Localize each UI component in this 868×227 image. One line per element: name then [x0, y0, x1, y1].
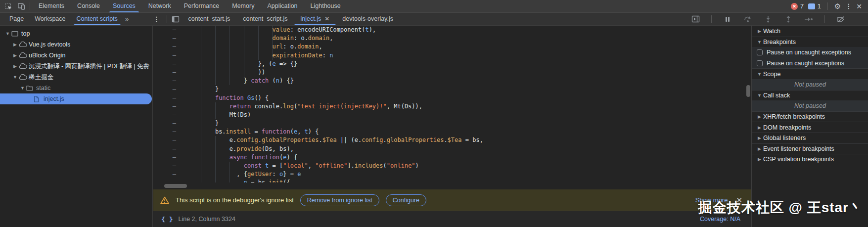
step-icon[interactable]: [802, 13, 815, 25]
device-toolbar-icon[interactable]: [15, 0, 28, 12]
section-breakpoints[interactable]: ▼Breakpoints: [752, 37, 868, 47]
gutter-ignored-marker[interactable]: –: [153, 34, 183, 43]
tree-item--[interactable]: ▼稀土掘金: [0, 72, 152, 83]
tree-item-ublock-origin[interactable]: ▶uBlock Origin: [0, 50, 152, 61]
navigator-tab-workspace[interactable]: Workspace: [29, 13, 71, 25]
chevron-down-icon: ▼: [756, 72, 763, 77]
tab-sources[interactable]: Sources: [106, 0, 142, 12]
close-devtools-icon[interactable]: ✕: [856, 2, 862, 10]
toggle-sidebar-icon[interactable]: [689, 13, 702, 25]
gutter-ignored-marker[interactable]: –: [153, 145, 183, 153]
code-token: : encodeURIComponent(: [290, 26, 365, 34]
tab-lighthouse[interactable]: Lighthouse: [304, 0, 347, 12]
pretty-print-icon[interactable]: { }: [161, 216, 173, 223]
horizontal-scrollbar[interactable]: [153, 182, 751, 189]
checkbox-row-pause-on-uncaught-exceptions[interactable]: Pause on uncaught exceptions: [752, 47, 868, 58]
gutter-ignored-marker[interactable]: –: [153, 26, 183, 34]
chevron-down-icon[interactable]: ▼: [4, 31, 11, 36]
section-call-stack[interactable]: ▼Call stack: [752, 90, 868, 101]
gutter-ignored-marker[interactable]: –: [153, 153, 183, 162]
remove-from-ignore-list-button[interactable]: Remove from ignore list: [300, 194, 379, 206]
gutter-ignored-marker[interactable]: –: [153, 43, 183, 51]
step-out-icon[interactable]: [782, 13, 795, 25]
section-label: CSP violation breakpoints: [763, 156, 834, 163]
chevron-right-icon[interactable]: ▶: [11, 42, 19, 47]
step-into-icon[interactable]: [762, 13, 775, 25]
section-xhr-fetch-breakpoints[interactable]: ▶XHR/fetch breakpoints: [752, 111, 868, 122]
gutter-ignored-marker[interactable]: –: [153, 60, 183, 68]
gutter-ignored-marker[interactable]: –: [153, 170, 183, 179]
checkbox-unchecked[interactable]: [757, 60, 763, 66]
navigator-tab-content-scripts[interactable]: Content scripts: [71, 13, 123, 25]
gutter-ignored-marker[interactable]: –: [153, 102, 183, 111]
section-dom-breakpoints[interactable]: ▶DOM breakpoints: [752, 122, 868, 133]
code-token: ].: [347, 162, 354, 170]
tree-item-vue.js-devtools[interactable]: ▶Vue.js devtools: [0, 39, 152, 50]
editor-tab-content_start.js[interactable]: content_start.js: [182, 13, 237, 25]
overflow-chevron-icon[interactable]: »: [123, 15, 131, 23]
tree-item-static[interactable]: ▼static: [0, 83, 152, 93]
configure-button[interactable]: Configure: [386, 194, 426, 206]
close-tab-icon[interactable]: ✕: [324, 13, 329, 25]
more-options-icon[interactable]: ⋮: [845, 2, 852, 10]
tree-item-inject.js[interactable]: inject.js: [0, 93, 152, 104]
step-over-icon[interactable]: [741, 13, 754, 25]
vertical-scrollbar-thumb[interactable]: [746, 85, 750, 97]
editor-tab-devtools-overlay.js[interactable]: devtools-overlay.js: [336, 13, 400, 25]
code-editor[interactable]: –value: encodeURIComponent(t),–domain: o…: [153, 26, 751, 182]
chevron-right-icon[interactable]: ▶: [11, 64, 19, 69]
gutter-ignored-marker[interactable]: –: [153, 128, 183, 136]
chevron-down-icon[interactable]: ▼: [19, 86, 26, 91]
code-token: "test inject(injectKey)!": [297, 102, 387, 111]
settings-gear-icon[interactable]: ⚙: [834, 2, 841, 11]
code-token: function: [251, 153, 279, 162]
inspect-element-icon[interactable]: [2, 0, 15, 12]
gutter-ignored-marker[interactable]: –: [153, 68, 183, 77]
pause-script-icon[interactable]: [721, 13, 734, 25]
tree-item-top[interactable]: ▼top: [0, 28, 152, 39]
gutter-ignored-marker[interactable]: –: [153, 85, 183, 93]
tab-memory[interactable]: Memory: [226, 0, 261, 12]
gutter-ignored-marker[interactable]: –: [153, 94, 183, 102]
gutter-ignored-marker[interactable]: –: [153, 179, 183, 182]
tab-elements[interactable]: Elements: [32, 0, 71, 12]
section-watch[interactable]: ▶Watch: [752, 26, 868, 37]
gutter-ignored-marker[interactable]: –: [153, 77, 183, 85]
tab-application[interactable]: Application: [261, 0, 304, 12]
code-token: e: [283, 153, 286, 162]
tab-network[interactable]: Network: [142, 0, 178, 12]
section-event-listener-breakpoints[interactable]: ▶Event listener breakpoints: [752, 143, 868, 154]
chevron-right-icon[interactable]: ▶: [11, 53, 19, 58]
code-token: globalProperties: [262, 136, 319, 144]
tree-item--pdf-[interactable]: ▶沉浸式翻译 - 网页翻译插件 | PDF翻译 | 免费: [0, 61, 152, 72]
section-csp-violation-breakpoints[interactable]: ▶CSP violation breakpoints: [752, 154, 868, 165]
gutter-ignored-marker[interactable]: –: [153, 51, 183, 60]
code-token: ) {}: [279, 77, 294, 85]
section-global-listeners[interactable]: ▶Global listeners: [752, 133, 868, 143]
code-token: () {: [254, 94, 269, 102]
tab-performance[interactable]: Performance: [178, 0, 226, 12]
code-token: domain: [273, 34, 294, 43]
error-badge[interactable]: ✕ 7: [791, 3, 804, 10]
gutter-ignored-marker[interactable]: –: [153, 119, 183, 128]
checkbox-row-pause-on-caught-exceptions[interactable]: Pause on caught exceptions: [752, 58, 868, 69]
chevron-down-icon[interactable]: ▼: [11, 75, 19, 80]
code-token: config: [236, 136, 258, 144]
gutter-ignored-marker[interactable]: –: [153, 111, 183, 119]
deactivate-breakpoints-icon[interactable]: [834, 13, 847, 25]
gutter-ignored-marker[interactable]: –: [153, 162, 183, 170]
navigator-more-icon[interactable]: ⋮: [148, 15, 165, 23]
editor-tab-content_script.js[interactable]: content_script.js: [236, 13, 294, 25]
gutter-ignored-marker[interactable]: –: [153, 136, 183, 144]
message-badge[interactable]: 1: [808, 3, 821, 10]
tab-console[interactable]: Console: [71, 0, 106, 12]
section-scope[interactable]: ▼Scope: [752, 68, 868, 79]
collapse-navigator-icon[interactable]: [169, 13, 182, 25]
code-token: value: [273, 26, 290, 34]
horizontal-scrollbar-thumb[interactable]: [164, 184, 187, 188]
code-token: $Tea: [322, 136, 337, 144]
editor-tab-inject.js[interactable]: inject.js✕: [294, 13, 336, 25]
checkbox-unchecked[interactable]: [757, 49, 763, 55]
code-token: expirationDate: [273, 51, 322, 60]
navigator-tab-page[interactable]: Page: [4, 13, 29, 25]
